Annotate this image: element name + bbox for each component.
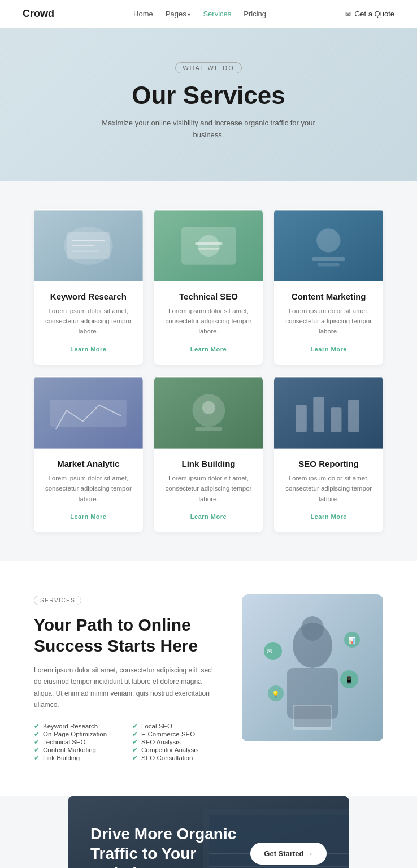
svg-rect-25 xyxy=(274,377,383,448)
feature-item-1: ✔ Keyword Research xyxy=(34,722,121,730)
nav-logo[interactable]: Crowd xyxy=(23,8,54,20)
service-img-6 xyxy=(274,376,383,450)
nav-links: Home Pages Services Pricing xyxy=(133,10,266,18)
cta-text: Drive More Organic Traffic to Your Websi… xyxy=(90,824,250,869)
service-title-5: Link Building xyxy=(164,459,253,468)
cta-title: Drive More Organic Traffic to Your Websi… xyxy=(90,824,250,869)
service-desc-2: Lorem ipsum dolor sit amet, consectetur … xyxy=(164,306,253,337)
svg-text:📊: 📊 xyxy=(348,636,356,644)
cta-banner: Drive More Organic Traffic to Your Websi… xyxy=(68,796,349,869)
services-grid: Keyword Research Lorem ipsum dolor sit a… xyxy=(34,209,383,532)
service-img-3 xyxy=(274,209,383,283)
feature-item-6: ✔ Local SEO xyxy=(132,722,219,730)
nav-link-pricing[interactable]: Pricing xyxy=(244,10,266,18)
service-card-5: Link Building Lorem ipsum dolor sit amet… xyxy=(154,376,263,532)
service-card-6: SEO Reporting Lorem ipsum dolor sit amet… xyxy=(274,376,383,532)
service-card-3: Content Marketing Lorem ipsum dolor sit … xyxy=(274,209,383,365)
svg-rect-43 xyxy=(294,706,331,727)
services-section: Keyword Research Lorem ipsum dolor sit a… xyxy=(0,181,417,561)
features-title: Your Path to Online Success Starts Here xyxy=(34,614,219,657)
features-left: SERVICES Your Path to Online Success Sta… xyxy=(34,594,219,762)
nav-link-services[interactable]: Services xyxy=(203,10,231,18)
service-link-4[interactable]: Learn More xyxy=(70,513,106,520)
service-desc-1: Lorem ipsum dolor sit amet, consectetur … xyxy=(44,306,133,337)
svg-text:💡: 💡 xyxy=(272,690,280,698)
check-icon-1: ✔ xyxy=(34,722,40,730)
hero-eyebrow: WHAT WE DO xyxy=(175,62,242,73)
features-image: ✉ 📊 📱 💡 xyxy=(242,594,383,741)
service-img-5 xyxy=(154,376,263,450)
navbar: Crowd Home Pages Services Pricing ✉ Get … xyxy=(0,0,417,28)
service-desc-5: Lorem ipsum dolor sit amet, consectetur … xyxy=(164,473,253,504)
nav-cta[interactable]: ✉ Get a Quote xyxy=(345,10,394,18)
service-title-2: Technical SEO xyxy=(164,292,253,301)
feature-item-8: ✔ SEO Analysis xyxy=(132,738,219,746)
svg-rect-28 xyxy=(331,407,342,432)
feature-item-2: ✔ On-Page Optimization xyxy=(34,730,121,738)
service-link-5[interactable]: Learn More xyxy=(190,513,227,520)
feature-item-7: ✔ E-Commerce SEO xyxy=(132,730,219,738)
cta-button[interactable]: Get Started → xyxy=(250,843,327,865)
feature-item-10: ✔ SEO Consultation xyxy=(132,754,219,762)
svg-point-12 xyxy=(316,228,340,252)
check-icon-3: ✔ xyxy=(34,738,40,746)
check-icon-6: ✔ xyxy=(132,722,138,730)
check-icon-9: ✔ xyxy=(132,746,138,754)
nav-link-pages[interactable]: Pages xyxy=(166,10,191,18)
cta-wrapper: Drive More Organic Traffic to Your Websi… xyxy=(0,796,417,869)
mail-icon: ✉ xyxy=(345,10,351,18)
service-img-1 xyxy=(34,209,143,283)
svg-point-23 xyxy=(202,401,215,414)
service-card-1: Keyword Research Lorem ipsum dolor sit a… xyxy=(34,209,143,365)
features-section: SERVICES Your Path to Online Success Sta… xyxy=(0,561,417,796)
features-list: ✔ Keyword Research ✔ On-Page Optimizatio… xyxy=(34,722,219,762)
service-img-4 xyxy=(34,376,143,450)
feature-item-4: ✔ Content Marketing xyxy=(34,746,121,754)
check-icon-5: ✔ xyxy=(34,754,40,762)
service-img-2 xyxy=(154,209,263,283)
service-link-3[interactable]: Learn More xyxy=(311,346,347,353)
svg-rect-10 xyxy=(198,247,220,249)
svg-text:📱: 📱 xyxy=(345,676,353,684)
svg-rect-24 xyxy=(195,427,222,431)
svg-point-8 xyxy=(198,235,220,257)
svg-rect-29 xyxy=(348,400,359,432)
svg-rect-14 xyxy=(318,263,340,266)
service-desc-6: Lorem ipsum dolor sit amet, consectetur … xyxy=(284,473,373,504)
service-link-6[interactable]: Learn More xyxy=(311,513,347,520)
svg-point-32 xyxy=(301,616,324,641)
service-card-4: Market Analytic Lorem ipsum dolor sit am… xyxy=(34,376,143,532)
check-icon-7: ✔ xyxy=(132,730,138,738)
service-title-1: Keyword Research xyxy=(44,292,133,301)
check-icon-2: ✔ xyxy=(34,730,40,738)
svg-rect-26 xyxy=(296,405,307,432)
service-desc-3: Lorem ipsum dolor sit amet, consectetur … xyxy=(284,306,373,337)
hero-title: Our Services xyxy=(23,81,394,110)
service-title-6: SEO Reporting xyxy=(284,459,373,468)
feature-item-3: ✔ Technical SEO xyxy=(34,738,121,746)
service-link-2[interactable]: Learn More xyxy=(190,346,227,353)
svg-rect-27 xyxy=(314,397,324,432)
service-link-1[interactable]: Learn More xyxy=(70,346,106,353)
features-right: ✉ 📊 📱 💡 xyxy=(242,594,383,741)
svg-text:✉: ✉ xyxy=(267,648,272,656)
service-desc-4: Lorem ipsum dolor sit amet, consectetur … xyxy=(44,473,133,504)
nav-link-home[interactable]: Home xyxy=(133,10,153,18)
svg-rect-9 xyxy=(195,242,222,245)
feature-item-5: ✔ Link Building xyxy=(34,754,121,762)
service-title-3: Content Marketing xyxy=(284,292,373,301)
nav-cta-label: Get a Quote xyxy=(354,10,394,18)
hero-section: WHAT WE DO Our Services Maximize your on… xyxy=(0,28,417,181)
check-icon-8: ✔ xyxy=(132,738,138,746)
svg-rect-13 xyxy=(312,257,345,261)
check-icon-4: ✔ xyxy=(34,746,40,754)
features-eyebrow: SERVICES xyxy=(34,596,81,605)
feature-item-9: ✔ Competitor Analysis xyxy=(132,746,219,754)
check-icon-10: ✔ xyxy=(132,754,138,762)
service-card-2: Technical SEO Lorem ipsum dolor sit amet… xyxy=(154,209,263,365)
hero-description: Maximize your online visibility and incr… xyxy=(90,118,327,141)
features-description: Lorem ipsum dolor sit amet, consectetur … xyxy=(34,665,219,711)
service-title-4: Market Analytic xyxy=(44,459,133,468)
